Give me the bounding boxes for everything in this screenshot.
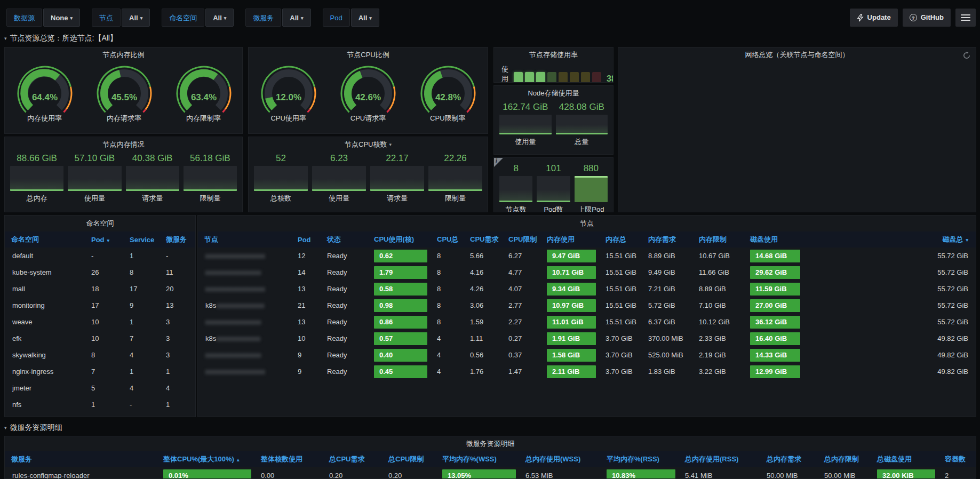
stat-label: 限制量 [428, 194, 482, 203]
column-header[interactable]: CPU限制 [502, 231, 540, 248]
panel-title[interactable]: 网络总览（关联节点与命名空间） [618, 47, 976, 62]
stat: 52总核数 [254, 153, 308, 203]
stat: 880上限Pod [575, 163, 608, 212]
table-cell: Ready [321, 347, 368, 363]
column-header[interactable]: 内存使用 [540, 231, 599, 248]
lcd-segment [514, 72, 523, 83]
table-cell: 3.70 GiB [599, 330, 642, 347]
column-header[interactable]: 总内存使用(WSS) [519, 451, 600, 467]
panel-title[interactable]: 节点CPU比例 [249, 47, 488, 62]
table-cell: 1.58 GiB [540, 347, 599, 363]
column-header[interactable]: CPU需求 [464, 231, 502, 248]
column-header[interactable]: 整体核数使用 [254, 451, 323, 467]
column-header[interactable]: 总磁盘使用 [871, 451, 938, 467]
column-header[interactable]: 总内存使用(RSS) [679, 451, 760, 467]
table-cell: 8 [431, 314, 464, 330]
github-button[interactable]: GitHub [903, 9, 951, 27]
table-cell: 14 [291, 264, 321, 281]
column-header[interactable]: 节点 [198, 231, 291, 248]
lcd-segment [525, 72, 534, 83]
filter-label[interactable]: Pod [323, 9, 350, 27]
cpu-gauges: 12.0% CPU使用率 42.6% CPU请求率 42.8% CPU限制率 [249, 62, 488, 123]
column-header[interactable]: 磁盘总▾ [803, 231, 976, 248]
table-cell: 15.51 GiB [599, 281, 642, 297]
filter-label[interactable]: 命名空间 [162, 9, 204, 27]
column-header[interactable]: Pod [291, 231, 321, 248]
column-header[interactable]: 内存总 [599, 231, 642, 248]
table-cell: 3 [160, 314, 195, 330]
table-cell: 10.83% [600, 467, 679, 479]
panel-info-corner-icon[interactable]: i [494, 158, 503, 167]
panel-title[interactable]: 节点 [198, 215, 976, 231]
table-cell: 4.07 [502, 281, 540, 297]
table-cell: 8 [85, 347, 123, 363]
panel-title[interactable]: 节点CPU核数▾ [249, 137, 488, 152]
github-button-label: GitHub [921, 9, 944, 27]
filter-value-dropdown[interactable]: All▾ [205, 9, 234, 27]
table-cell: 1.91 GiB [540, 330, 599, 347]
table-header-row: 微服务整体CPU%(最大100%)▴整体核数使用总CPU需求总CPU限制平均内存… [5, 451, 976, 467]
panel-title[interactable]: 微服务资源明细 [5, 436, 976, 451]
refresh-icon[interactable] [962, 51, 971, 60]
column-header[interactable]: 状态 [321, 231, 368, 248]
table-cell: 10 [85, 314, 123, 330]
panel-namespace-table: 命名空间 命名空间Pod▾Service微服务default-1-kube-sy… [4, 215, 196, 417]
table-row: default-1- [5, 248, 195, 264]
column-header[interactable]: 平均内存%(WSS) [436, 451, 519, 467]
stat-bar [537, 176, 570, 202]
green-value-cell: 14.33 GiB [750, 349, 800, 362]
stat-label: 使用量 [68, 194, 121, 203]
column-header[interactable]: 微服务 [160, 231, 195, 248]
column-header[interactable]: Service [123, 231, 160, 248]
panel-title[interactable]: 节点存储使用率 [494, 47, 613, 62]
filter-value-dropdown[interactable]: All▾ [282, 9, 310, 27]
table-cell: 8 [431, 264, 464, 281]
column-header[interactable]: 总内存需求 [760, 451, 818, 467]
panel-title[interactable]: Node存储使用量 [494, 86, 613, 101]
stat-label: 限制量 [184, 194, 237, 203]
green-value-cell: 1.58 GiB [547, 349, 596, 362]
panel-title[interactable]: 节点内存情况 [5, 137, 242, 152]
update-button[interactable]: Update [850, 9, 898, 27]
filter-label[interactable]: 数据源 [6, 9, 42, 27]
panel-title[interactable]: 命名空间 [5, 215, 195, 231]
column-header[interactable]: CPU总 [431, 231, 464, 248]
filter-value-dropdown[interactable]: All▾ [122, 9, 150, 27]
filter-group: 数据源None▾ [6, 9, 80, 27]
filter-label[interactable]: 节点 [92, 9, 121, 27]
svg-text:64.4%: 64.4% [32, 92, 58, 102]
column-header[interactable]: 命名空间 [5, 231, 85, 248]
svg-text:42.6%: 42.6% [355, 92, 381, 102]
menu-button[interactable] [955, 9, 976, 27]
section-microservice-detail[interactable]: ▾ 微服务资源明细 [4, 422, 62, 434]
table-cell: 6.37 GiB [642, 314, 692, 330]
node-name-cell: xxxxxxxxxxxxxx [198, 314, 291, 330]
table-cell: 0.20 [382, 467, 436, 479]
column-header[interactable]: 总CPU限制 [382, 451, 436, 467]
column-header[interactable]: 磁盘使用 [744, 231, 803, 248]
node-name-blurred: xxxxxxxxxxxx [217, 301, 265, 309]
column-header[interactable]: Pod▾ [85, 231, 123, 248]
table-cell: 0.27 [502, 330, 540, 347]
column-header[interactable]: 整体CPU%(最大100%)▴ [157, 451, 254, 467]
section-node-overview[interactable]: ▾ 节点资源总览：所选节点:【All】 [4, 33, 117, 44]
column-header[interactable]: 总内存限制 [818, 451, 871, 467]
table-cell: 370.00 MiB [642, 330, 692, 347]
filter-value-dropdown[interactable]: All▾ [351, 9, 379, 27]
column-header[interactable]: CPU使用(核) [368, 231, 431, 248]
filter-label[interactable]: 微服务 [245, 9, 281, 27]
filter-value-dropdown[interactable]: None▾ [43, 9, 80, 27]
table-cell: 2.19 GiB [692, 347, 744, 363]
panel-title-text: 节点CPU核数 [345, 140, 387, 148]
column-header-label: 节点 [204, 235, 218, 243]
column-header[interactable]: 总CPU需求 [323, 451, 382, 467]
table-row: xxxxxxxxxxxxxxx9Ready0.4541.761.472.11 G… [198, 363, 976, 380]
panel-title[interactable]: 节点内存比例 [5, 47, 242, 62]
table-cell: 5.72 GiB [642, 297, 692, 314]
column-header[interactable]: 内存限制 [692, 231, 744, 248]
column-header[interactable]: 平均内存%(RSS) [600, 451, 679, 467]
column-header[interactable]: 容器数 [938, 451, 976, 467]
column-header-label: 平均内存%(WSS) [442, 455, 497, 463]
column-header[interactable]: 内存需求 [642, 231, 692, 248]
column-header[interactable]: 微服务 [5, 451, 157, 467]
